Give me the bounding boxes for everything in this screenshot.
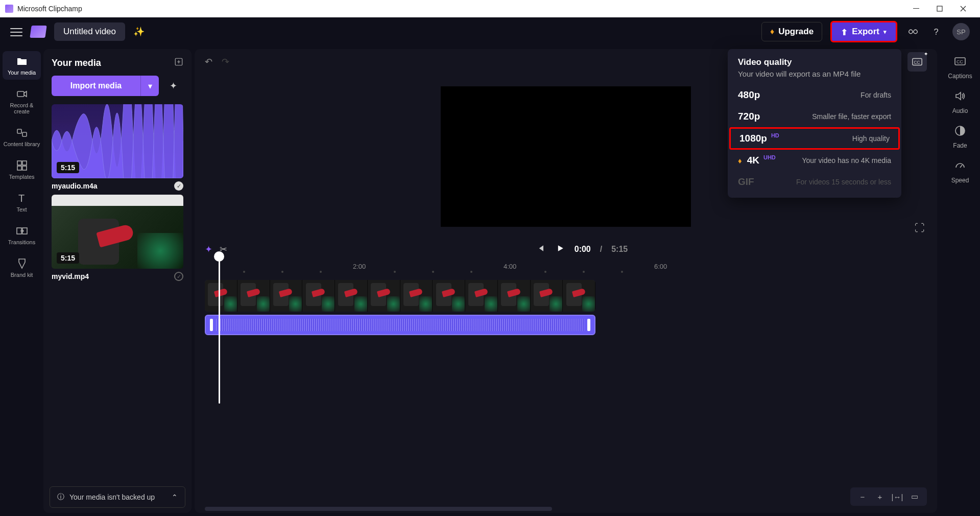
quality-desc: High quality [852,134,890,143]
nav-brand-kit[interactable]: Brand kit [3,253,41,282]
folder-icon [16,55,28,67]
fit-width-button[interactable]: |↔| [890,490,904,503]
check-icon: ✓ [174,181,183,191]
brand-kit-icon [16,257,28,270]
clipchamp-logo [30,26,46,38]
quality-desc: For videos 15 seconds or less [796,178,891,186]
magic-wand-button[interactable]: ✦ [163,76,183,96]
playhead[interactable] [214,251,224,262]
export-button[interactable]: ⬇ Export ▾ [830,21,897,42]
svg-point-3 [914,30,917,33]
hd-badge: HD [771,132,779,138]
nav-templates[interactable]: Templates [3,155,41,184]
time-separator: / [600,245,602,254]
backup-warning[interactable]: ⓘ Your media isn't backed up ⌃ [50,486,185,508]
settings-icon[interactable] [905,24,921,39]
zoom-out-button[interactable]: − [855,490,870,503]
nav-label: Templates [9,174,34,180]
fullscreen-button[interactable]: ⛶ [915,222,925,234]
right-nav: CC Captions Audio Fade Speed [940,46,980,516]
nav-text[interactable]: T Text [3,188,41,217]
audio-track[interactable] [205,315,595,335]
media-panel: Your media Import media ▾ ✦ 5:15 myaudio… [43,49,192,513]
nav-your-media[interactable]: Your media [3,51,41,80]
quality-option-1080p[interactable]: 1080p HD High quality [729,127,900,150]
current-time: 0:00 [575,245,591,254]
window-titlebar: Microsoft Clipchamp [0,0,980,17]
nav-label: Record & create [3,102,41,114]
zoom-in-button[interactable]: + [873,490,887,503]
quality-option-gif[interactable]: GIF For videos 15 seconds or less [728,171,901,193]
svg-text:T: T [18,193,25,204]
chevron-down-icon[interactable]: ▾ [140,76,159,96]
nav-content-library[interactable]: Content library [3,123,41,151]
nav-label: Brand kit [11,272,33,278]
timeline[interactable]: 2:00 4:00 6:00 [195,261,937,513]
info-icon: ⓘ [57,492,64,502]
chevron-down-icon: ▾ [883,29,887,35]
svg-text:CC: CC [914,60,920,65]
ai-sparkle-icon[interactable]: ✨ [133,26,145,37]
window-minimize[interactable] [904,0,928,17]
nav-transitions[interactable]: Transitions [3,221,41,249]
svg-rect-8 [17,161,21,165]
quality-option-480p[interactable]: 480p For drafts [728,84,901,106]
quality-option-720p[interactable]: 720p Smaller file, faster export [728,106,901,127]
media-item-video[interactable]: 5:15 myvid.mp4 ✓ [52,195,183,281]
play-button[interactable] [555,243,565,255]
dropdown-subtitle: Your video will export as an MP4 file [738,69,891,78]
skip-start-button[interactable] [536,243,546,256]
rn-fade[interactable]: Fade [953,125,967,149]
svg-rect-11 [22,166,27,170]
clip-handle-right[interactable] [587,319,590,331]
resolution-label: 720p [738,111,760,122]
uhd-badge: UHD [763,154,776,160]
quality-desc: Smaller file, faster export [812,112,891,121]
timeline-scrollbar[interactable] [205,507,552,511]
window-maximize[interactable] [928,0,951,17]
diamond-icon: ♦ [738,156,742,165]
app-icon [5,5,13,13]
ruler-mark: 6:00 [654,263,667,270]
nav-record-create[interactable]: Record & create [3,84,41,119]
cc-button[interactable]: CC ✦ [907,52,927,72]
redo-button[interactable]: ↷ [222,56,229,67]
svg-rect-6 [17,129,21,133]
ai-effects-button[interactable]: ✦ [205,244,212,255]
upload-icon: ⬇ [841,27,848,37]
video-title-input[interactable]: Untitled video [54,22,125,41]
timeline-ruler[interactable]: 2:00 4:00 6:00 [205,261,927,275]
left-nav: Your media Record & create Content libra… [0,46,43,516]
rn-speed[interactable]: Speed [951,159,969,184]
video-thumbnail: 5:15 [52,195,183,269]
svg-text:CC: CC [957,59,963,64]
quality-option-4k[interactable]: ♦ 4K UHD Your video has no 4K media [728,150,901,171]
window-title: Microsoft Clipchamp [17,5,82,13]
menu-button[interactable] [10,26,22,38]
layout-button[interactable]: ▭ [907,490,922,503]
audio-thumbnail: 5:15 [52,104,183,178]
import-media-button[interactable]: Import media ▾ [52,76,159,96]
media-item-audio[interactable]: 5:15 myaudio.m4a ✓ [52,104,183,191]
playhead-line [219,261,220,404]
duration-badge: 5:15 [57,252,79,264]
help-icon[interactable]: ? [929,24,944,39]
timeline-tools: − + |↔| ▭ [850,487,927,506]
rn-audio[interactable]: Audio [952,90,968,114]
upgrade-label: Upgrade [778,27,814,37]
transitions-icon [16,225,28,237]
fade-icon [954,125,966,140]
clip-handle-left[interactable] [210,319,213,331]
undo-button[interactable]: ↶ [205,56,212,67]
rn-captions[interactable]: CC Captions [948,55,972,80]
preview-canvas[interactable] [441,86,691,227]
window-close[interactable] [951,0,975,17]
user-avatar[interactable]: SP [952,23,970,40]
captions-icon: CC [954,55,966,71]
video-track[interactable] [205,280,595,312]
import-label: Import media [52,81,140,90]
resolution-label: 1080p [739,133,767,144]
upgrade-button[interactable]: ♦ Upgrade [761,22,822,41]
gauge-icon [954,159,966,175]
expand-icon[interactable] [174,57,183,68]
